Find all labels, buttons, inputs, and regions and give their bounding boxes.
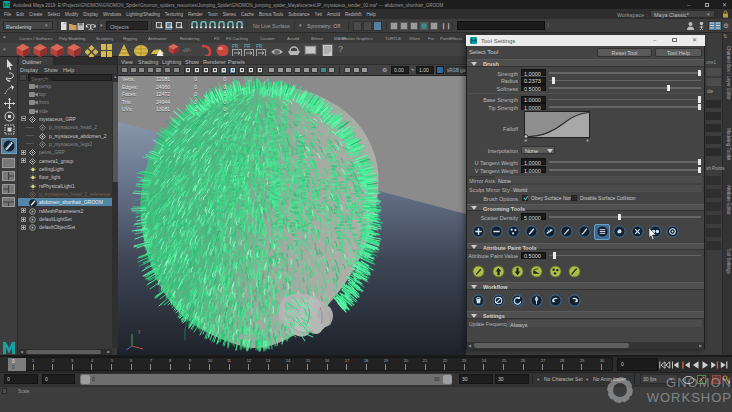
svg-text:WORKSHOP: WORKSHOP: [647, 390, 732, 405]
svg-text:GNOMON: GNOMON: [666, 375, 732, 390]
